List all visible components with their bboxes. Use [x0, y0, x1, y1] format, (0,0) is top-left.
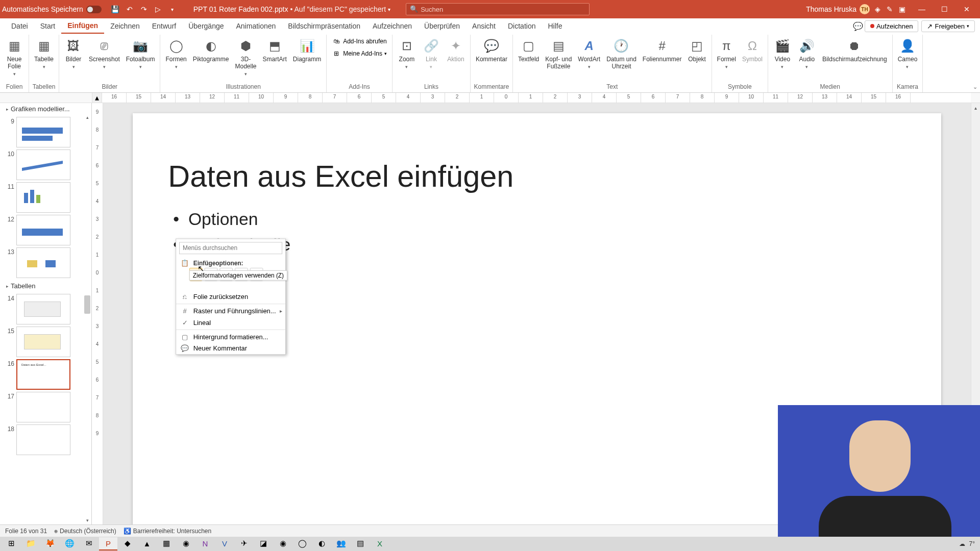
comment-button[interactable]: 💬Kommentar	[474, 36, 509, 64]
ctx-new-comment[interactable]: 💬Neuer Kommentar	[176, 342, 285, 354]
close-button[interactable]: ✕	[955, 0, 978, 18]
video-button[interactable]: 🎬Video▾	[771, 36, 794, 70]
vertical-ruler[interactable]: 9876543210123456789	[92, 103, 103, 524]
ctx-reset-slide[interactable]: ⎌Folie zurücksetzen	[176, 291, 285, 303]
zoom-button[interactable]: ⊡Zoom▾	[396, 36, 418, 70]
equation-button[interactable]: πFormel▾	[715, 36, 738, 70]
ctx-ruler[interactable]: ✓Lineal	[176, 317, 285, 329]
search-input[interactable]	[406, 3, 590, 15]
taskbar-visio-icon[interactable]: V	[215, 537, 234, 550]
screenrecord-button[interactable]: ⏺Bildschirmaufzeichnung	[820, 36, 889, 64]
object-button[interactable]: ◰Objekt	[686, 36, 708, 64]
taskbar-powerpoint-icon[interactable]: P	[99, 537, 117, 550]
taskbar-app-icon-3[interactable]: ◉	[177, 537, 195, 550]
slide-thumbnail-11[interactable]: 11	[5, 182, 89, 213]
slide-thumbnail-14[interactable]: 14	[5, 294, 89, 324]
action-button[interactable]: ✦Aktion	[445, 36, 467, 64]
thumb-scroll-up-icon[interactable]: ▴	[92, 93, 102, 103]
thumb-scroll-up[interactable]: ▴	[83, 113, 91, 121]
slidenumber-button[interactable]: #Foliennummer	[641, 36, 684, 64]
thumbnail-scrollbar[interactable]: ▴ ▾	[83, 113, 91, 524]
photoalbum-button[interactable]: 📷Fotoalbum▾	[124, 36, 157, 70]
section-grafiken[interactable]: ▸Grafiken modellier...	[3, 103, 91, 115]
taskbar-app-icon-5[interactable]: ◯	[293, 537, 311, 550]
taskbar-excel-icon[interactable]: X	[371, 537, 389, 550]
table-button[interactable]: ▦ Tabelle ▾	[32, 36, 56, 70]
taskbar-app-icon-6[interactable]: ◐	[312, 537, 331, 550]
datetime-button[interactable]: 🕐Datum und Uhrzeit	[604, 36, 639, 71]
context-search-input[interactable]	[179, 242, 282, 254]
taskbar-firefox-icon[interactable]: 🦊	[41, 537, 59, 550]
taskbar-vlc-icon[interactable]: ▲	[138, 537, 156, 550]
tab-einfuegen[interactable]: Einfügen	[61, 18, 104, 34]
slide-thumbnail-17[interactable]: 17	[5, 392, 89, 422]
tab-datei[interactable]: Datei	[5, 19, 34, 33]
slide-thumbnail-9[interactable]: 9	[5, 117, 89, 147]
taskbar-app-icon-7[interactable]: ▤	[351, 537, 370, 550]
taskbar-app-icon-4[interactable]: ◪	[254, 537, 273, 550]
system-tray[interactable]: ☁ 7°	[959, 540, 978, 547]
taskbar-explorer-icon[interactable]: 📁	[21, 537, 40, 550]
pictures-button[interactable]: 🖼Bilder▾	[62, 36, 85, 70]
collapse-ribbon-icon[interactable]: ⌄	[973, 84, 977, 90]
headerfooter-button[interactable]: ▤Kopf- und Fußzeile	[543, 36, 574, 71]
tab-hilfe[interactable]: Hilfe	[542, 19, 568, 33]
3dmodels-button[interactable]: ⬢3D- Modelle▾	[233, 36, 258, 78]
start-button[interactable]: ⊞	[2, 537, 20, 550]
tab-animationen[interactable]: Animationen	[230, 19, 282, 33]
audio-button[interactable]: 🔊Audio▾	[796, 36, 818, 70]
chart-button[interactable]: 📊Diagramm	[291, 36, 323, 64]
slide-title[interactable]: Daten aus Excel einfügen	[168, 159, 513, 193]
slide-count[interactable]: Folie 16 von 31	[5, 528, 47, 535]
redo-icon[interactable]: ↷	[138, 4, 150, 15]
textbox-button[interactable]: ▢Textfeld	[516, 36, 541, 64]
coming-soon-icon[interactable]: ◈	[875, 5, 880, 13]
accessibility-status[interactable]: ♿Barrierefreiheit: Untersuchen	[124, 528, 211, 535]
window-mode-icon[interactable]: ▣	[899, 5, 905, 13]
wordart-button[interactable]: AWordArt▾	[576, 36, 602, 70]
taskbar-telegram-icon[interactable]: ✈	[235, 537, 253, 550]
save-icon[interactable]: 💾	[110, 4, 121, 15]
comments-pane-button[interactable]: 💬	[851, 20, 865, 32]
tab-entwurf[interactable]: Entwurf	[146, 19, 182, 33]
tab-ansicht[interactable]: Ansicht	[466, 19, 502, 33]
new-slide-button[interactable]: ▦ Neue Folie ▾	[3, 36, 26, 78]
cameo-button[interactable]: 👤Cameo▾	[896, 36, 920, 70]
tab-ueberpruefen[interactable]: Überprüfen	[418, 19, 466, 33]
slideshow-start-icon[interactable]: ▷	[153, 4, 164, 15]
screenshot-button[interactable]: ⎚Screenshot▾	[87, 36, 122, 70]
shapes-button[interactable]: ◯Formen▾	[163, 36, 188, 70]
minimize-button[interactable]: —	[911, 0, 933, 18]
taskbar-chrome-icon[interactable]: 🌐	[60, 537, 79, 550]
ctx-format-background[interactable]: ▢Hintergrund formatieren...	[176, 331, 285, 343]
section-tabellen[interactable]: ▸Tabellen	[3, 280, 91, 292]
taskbar-app-icon-2[interactable]: ▦	[157, 537, 176, 550]
tab-dictation[interactable]: Dictation	[502, 19, 542, 33]
thumb-scroll-down[interactable]: ▾	[83, 516, 91, 524]
qat-more-icon[interactable]: ▾	[167, 4, 178, 15]
link-button[interactable]: 🔗Link▾	[420, 36, 443, 70]
autosave-toggle[interactable]	[86, 6, 102, 13]
taskbar-teams-icon[interactable]: 👥	[332, 537, 350, 550]
taskbar-app-icon-1[interactable]: ◆	[118, 537, 137, 550]
canvas-scroll-up[interactable]: ▴	[971, 103, 980, 112]
taskbar-onenote-icon[interactable]: N	[196, 537, 214, 550]
record-button[interactable]: Aufzeichnen	[865, 20, 919, 32]
user-account[interactable]: Thomas Hruska TH	[806, 4, 870, 14]
maximize-button[interactable]: ☐	[933, 0, 955, 18]
tab-aufzeichnen[interactable]: Aufzeichnen	[366, 19, 418, 33]
slide-thumbnail-16[interactable]: 16Daten aus Excel...	[5, 359, 89, 390]
taskbar-outlook-icon[interactable]: ✉	[80, 537, 98, 550]
weather-icon[interactable]: ☁	[959, 540, 965, 547]
tab-start[interactable]: Start	[34, 19, 62, 33]
thumb-scroll-handle[interactable]	[84, 295, 90, 314]
language-status[interactable]: ⎈Deutsch (Österreich)	[54, 528, 116, 535]
my-addins-button[interactable]: ⊞Meine Add-Ins ▾	[330, 48, 389, 59]
horizontal-ruler[interactable]: 1615141312111098765432101234567891011121…	[102, 93, 971, 103]
tab-bildschirm[interactable]: Bildschirmpräsentation	[282, 19, 366, 33]
slide-thumbnail-18[interactable]: 18	[5, 424, 89, 455]
get-addins-button[interactable]: 🛍Add-Ins abrufen	[330, 36, 389, 47]
slide-thumbnail-pane[interactable]: ▸Grafiken modellier... 9 10 11 12 13 ▸Ta…	[0, 103, 92, 524]
autosave-control[interactable]: Automatisches Speichern	[2, 5, 102, 13]
pen-icon[interactable]: ✎	[887, 5, 893, 13]
